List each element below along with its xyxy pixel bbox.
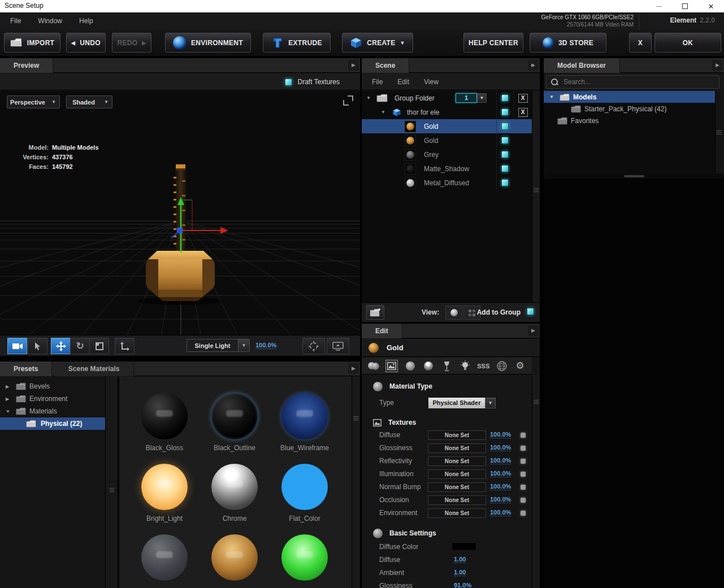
scene-menu-view[interactable]: View: [424, 78, 439, 86]
texture-map-button[interactable]: None Set: [428, 430, 486, 440]
menu-window[interactable]: Window: [38, 17, 62, 25]
scene-scrollbar[interactable]: [532, 91, 540, 302]
light-intensity-value[interactable]: 100.0%: [255, 342, 276, 349]
material-preset[interactable]: Black_Gloss: [129, 393, 200, 464]
model-browser-scrollbar[interactable]: [715, 91, 722, 174]
close-button[interactable]: ✕: [698, 0, 724, 12]
visibility-checkbox[interactable]: [501, 179, 509, 186]
reflectivity-icon[interactable]: [422, 360, 435, 372]
tree-row-material[interactable]: Gold: [362, 133, 532, 147]
materials-grid-scrollbar[interactable]: [352, 377, 360, 588]
panel-arrow-icon[interactable]: ▶: [348, 60, 359, 71]
subsurface-scattering-icon[interactable]: SSS: [477, 360, 489, 372]
tree-row-environment[interactable]: ▶ Environment: [0, 393, 105, 405]
environment-button[interactable]: ENVIRONMENT: [165, 33, 251, 53]
tree-row-favorites[interactable]: Favorites: [544, 115, 715, 127]
texture-map-button[interactable]: None Set: [428, 495, 486, 505]
material-preset[interactable]: [129, 534, 200, 588]
texture-channel-button[interactable]: [519, 431, 527, 439]
diffuse-color-swatch[interactable]: [452, 543, 476, 550]
texture-channel-button[interactable]: [519, 483, 527, 491]
tab-scene-materials[interactable]: Scene Materials: [55, 361, 134, 376]
menu-file[interactable]: File: [10, 17, 21, 25]
redo-button[interactable]: REDO ▶: [112, 33, 151, 53]
presets-tree-scrollbar[interactable]: [105, 377, 118, 588]
texture-percent-value[interactable]: 100.0%: [490, 496, 511, 503]
draft-textures-checkbox[interactable]: [285, 79, 292, 86]
ok-button[interactable]: OK: [654, 33, 721, 53]
texture-map-button[interactable]: None Set: [428, 469, 486, 479]
tree-expanded-icon[interactable]: ▼: [381, 110, 385, 115]
material-preset[interactable]: [270, 534, 340, 588]
texture-percent-value[interactable]: 100.0%: [490, 457, 511, 464]
texture-channel-button[interactable]: [519, 509, 527, 517]
ambient-value[interactable]: 1.00: [454, 569, 466, 576]
material-preset[interactable]: Flat_Color: [270, 464, 340, 534]
import-button[interactable]: IMPORT: [4, 33, 60, 53]
tree-row-material[interactable]: Matte_Shadow: [362, 162, 532, 176]
maximize-button[interactable]: [672, 0, 698, 12]
transparency-icon[interactable]: [441, 360, 453, 372]
panel-arrow-icon[interactable]: ▶: [712, 60, 723, 71]
add-to-group-checkbox[interactable]: [527, 308, 534, 315]
visibility-checkbox[interactable]: [501, 137, 509, 144]
environment-sphere-icon[interactable]: [496, 360, 508, 372]
texture-percent-value[interactable]: 100.0%: [490, 431, 511, 438]
tree-row-model[interactable]: ▼ thor for ele X: [362, 105, 532, 119]
scene-menu-edit[interactable]: Edit: [397, 78, 409, 86]
texture-percent-value[interactable]: 100.0%: [490, 470, 511, 477]
texture-channel-button[interactable]: [519, 457, 527, 465]
texture-percent-value[interactable]: 100.0%: [490, 483, 511, 490]
edit-scrollbar[interactable]: [532, 375, 540, 588]
view-mode-dropdown[interactable]: Perspective ▼: [7, 95, 60, 108]
texture-percent-value[interactable]: 100.0%: [490, 444, 511, 451]
visibility-checkbox[interactable]: [501, 94, 509, 102]
texture-channel-button[interactable]: [519, 496, 527, 504]
texture-channel-button[interactable]: [519, 470, 527, 478]
panel-arrow-icon[interactable]: ▶: [528, 60, 539, 71]
tab-scene[interactable]: Scene: [362, 58, 409, 73]
cancel-x-button[interactable]: X: [629, 33, 652, 53]
help-center-button[interactable]: HELP CENTER: [463, 33, 523, 53]
tab-presets[interactable]: Presets: [0, 361, 52, 376]
material-preset[interactable]: Black_Outline: [200, 393, 270, 464]
visibility-checkbox[interactable]: [501, 108, 509, 116]
texture-percent-value[interactable]: 100.0%: [490, 509, 511, 516]
rotate-tool-button[interactable]: ↻: [70, 338, 90, 354]
scale-tool-button[interactable]: [89, 338, 109, 354]
tree-row-group-folder[interactable]: ▼ Group Folder 1 ▼ X: [362, 91, 532, 105]
move-tool-button[interactable]: [51, 338, 71, 354]
material-preset[interactable]: Chrome: [200, 464, 270, 534]
tree-expanded-icon[interactable]: ▼: [549, 94, 554, 99]
diffuse-value[interactable]: 1.00: [454, 556, 466, 563]
tab-preview[interactable]: Preview: [0, 58, 53, 73]
tree-row-bevels[interactable]: ▶ Bevels: [0, 380, 105, 393]
material-preset[interactable]: Bright_Light: [129, 464, 200, 534]
tree-row-material-selected[interactable]: Gold: [362, 119, 532, 133]
panel-arrow-icon[interactable]: ▶: [348, 363, 359, 374]
material-type-icon[interactable]: [367, 360, 380, 372]
tree-expanded-icon[interactable]: ▼: [6, 409, 10, 414]
viewport-3d-canvas[interactable]: Perspective ▼ Shaded ▼ Model:Multiple Mo…: [0, 91, 360, 335]
tree-expanded-icon[interactable]: ▼: [366, 95, 371, 101]
menu-help[interactable]: Help: [79, 17, 93, 25]
tree-collapsed-icon[interactable]: ▶: [6, 384, 9, 389]
delete-button[interactable]: X: [518, 94, 528, 103]
create-button[interactable]: CREATE ▼: [342, 33, 413, 53]
scene-menu-file[interactable]: File: [372, 78, 383, 86]
undo-button[interactable]: ◀ UNDO: [66, 33, 106, 53]
visibility-checkbox[interactable]: [501, 151, 509, 158]
texture-map-button[interactable]: None Set: [428, 456, 486, 466]
visibility-checkbox[interactable]: [501, 165, 509, 172]
tab-edit[interactable]: Edit: [362, 324, 402, 338]
expand-viewport-icon[interactable]: [343, 95, 353, 106]
fullscreen-preview-button[interactable]: [327, 338, 349, 354]
extrude-button[interactable]: EXTRUDE: [263, 33, 331, 53]
store-button[interactable]: 3D STORE: [530, 33, 606, 53]
axis-tool-button[interactable]: [115, 338, 135, 354]
tree-row-physical[interactable]: Physical (22): [0, 417, 105, 430]
glossiness-value[interactable]: 91.0%: [454, 582, 471, 588]
group-count-dropdown[interactable]: 1 ▼: [456, 93, 487, 103]
textures-icon[interactable]: [385, 360, 398, 372]
light-mode-dropdown[interactable]: Single Light ▼: [187, 339, 250, 352]
